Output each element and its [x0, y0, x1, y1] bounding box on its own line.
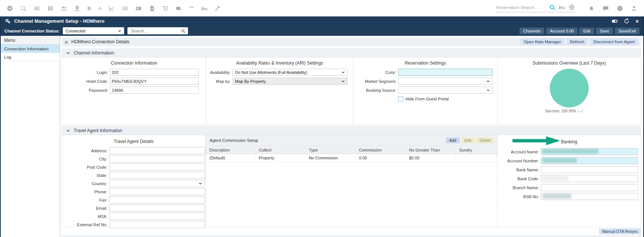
city-input[interactable] — [109, 155, 205, 162]
statusbar-button-save[interactable]: Save — [596, 28, 613, 34]
commission-cell: No Commission — [305, 154, 355, 162]
document-icon[interactable] — [149, 5, 155, 12]
search-icon[interactable] — [181, 29, 185, 33]
refresh-icon[interactable] — [623, 18, 630, 24]
hide-from-guest-portal-checkbox[interactable] — [398, 96, 403, 102]
address-input[interactable] — [109, 147, 205, 154]
area-rate-mapping-section-header[interactable]: Area/Rate Mapping — [62, 236, 641, 237]
commission-column-header: Type — [305, 146, 355, 154]
post-code-input[interactable] — [109, 163, 205, 171]
bsb-no-input[interactable] — [541, 193, 638, 200]
filter-sliders-icon[interactable] — [34, 5, 40, 12]
ari-settings-heading: Availability Rates & Inventory (ARI) Set… — [206, 60, 353, 66]
statusbar-button-save-exit[interactable]: Save/Exit — [615, 28, 640, 34]
add-button[interactable]: Add — [446, 137, 460, 143]
banking-field-row: Bank Name: — [497, 166, 641, 173]
hamburger-icon[interactable]: ≡ — [65, 39, 68, 45]
commission-table-row[interactable]: (Default)PropertyNo Commission0.00$0.00 — [206, 154, 497, 162]
bold-icon[interactable]: B — [87, 6, 91, 11]
channel-information-section-header[interactable]: Channel Information — [62, 49, 641, 57]
disconnect-from-agent-button[interactable]: Disconnect from Agent — [590, 38, 638, 45]
close-icon[interactable]: × — [635, 18, 639, 24]
statusbar-button-channels[interactable]: Channels — [520, 28, 544, 34]
globe-icon[interactable] — [568, 4, 575, 10]
commission-cell — [455, 154, 497, 162]
invoice-edit-icon[interactable] — [176, 5, 182, 12]
search-icon[interactable] — [20, 5, 27, 12]
banking-input-wrap — [541, 157, 638, 164]
country-select[interactable] — [109, 180, 205, 187]
manual-ota-resync-button[interactable]: Manual OTA Resync — [599, 228, 641, 234]
agent-commission-heading: Agent Commission Setup — [210, 138, 258, 143]
field-label: Booking Source: — [353, 88, 396, 93]
map-by-select[interactable]: Map By Property — [232, 78, 348, 85]
field-label: Availability: — [206, 70, 231, 75]
search-teal-icon[interactable] — [549, 4, 555, 10]
status-buttons: ChannelsAccount 0.00EditSaveSave/Exit — [520, 28, 640, 34]
bank-name-input[interactable] — [541, 166, 638, 173]
banking-input-wrap — [541, 148, 638, 155]
cart-icon[interactable] — [162, 5, 169, 12]
user-icon[interactable] — [631, 5, 637, 12]
tools-icon[interactable] — [215, 5, 221, 12]
help-icon[interactable]: ? — [617, 5, 623, 12]
phone-input[interactable] — [109, 188, 205, 195]
chevron-down-icon — [486, 79, 490, 83]
toolbar-search-input[interactable] — [130, 28, 172, 34]
statusbar-button-edit[interactable]: Edit — [579, 28, 594, 34]
fax-input[interactable] — [109, 196, 205, 203]
visibility-toggle-icon[interactable] — [611, 18, 618, 24]
color-input[interactable] — [398, 69, 493, 76]
availability-select[interactable]: Do Not Use Allotments (Full Availability… — [232, 69, 348, 76]
travel-agent-field-row: Post Code: — [62, 163, 205, 171]
branch-name-input[interactable] — [541, 184, 638, 191]
chevron-down-icon — [118, 29, 121, 33]
bell-icon[interactable] — [588, 5, 595, 12]
commission-cell: 0.00 — [355, 154, 405, 162]
refresh-button[interactable]: Refresh — [567, 38, 588, 45]
map-agent-icon[interactable] — [74, 5, 80, 12]
add-circle-icon[interactable] — [7, 5, 13, 12]
password-input[interactable] — [110, 87, 199, 94]
data-grid-icon[interactable] — [47, 5, 53, 12]
pie-leader-line — [577, 109, 583, 112]
hotel-code-input[interactable] — [110, 78, 199, 85]
statusbar-button-account-0-00[interactable]: Account 0.00 — [546, 28, 577, 34]
sidebar-item-connection-information[interactable]: Connection Information — [1, 45, 60, 53]
travel-agent-information-title: Travel Agent Information — [74, 128, 122, 133]
task-list-icon[interactable] — [122, 5, 128, 12]
external-ref-no-input[interactable] — [109, 221, 205, 228]
email-input[interactable] — [109, 205, 205, 212]
delete-button[interactable]: Delete — [476, 137, 494, 143]
quote-icon[interactable]: ”” — [189, 6, 194, 11]
sidebar-item-log[interactable]: Log — [1, 53, 60, 61]
bed-icon[interactable] — [559, 4, 565, 10]
iata-input[interactable] — [109, 213, 205, 220]
chevron-down-icon[interactable] — [66, 51, 70, 55]
guests-icon[interactable] — [61, 5, 67, 12]
field-label: Map by: — [206, 79, 231, 84]
account-number-input[interactable] — [541, 157, 638, 164]
commission-cell: Property — [255, 154, 305, 162]
login-input[interactable] — [110, 69, 199, 76]
channel-connection-status-select[interactable]: Connected — [63, 27, 124, 34]
travel-agent-section-header[interactable]: Travel Agent Information — [62, 126, 641, 135]
chevron-down-icon[interactable] — [66, 129, 70, 133]
reservation-search-input[interactable] — [496, 5, 546, 10]
chat-icon[interactable] — [603, 5, 609, 12]
booking-source-select[interactable] — [398, 87, 493, 94]
line-chart-icon[interactable] — [108, 5, 115, 12]
payment-card-icon[interactable] — [135, 5, 142, 12]
state-input[interactable] — [109, 172, 205, 179]
bank-code-input[interactable] — [541, 175, 638, 182]
edit-button[interactable]: Edit — [461, 137, 475, 143]
font-style-icon[interactable]: A — [98, 6, 101, 11]
banking-input-wrap — [541, 184, 638, 191]
open-rate-manager-button[interactable]: Open Rate Manager — [520, 38, 564, 45]
account-name-input[interactable] — [541, 148, 638, 155]
window-body: Menu Connection InformationLog ≡ HOMhero… — [0, 36, 644, 237]
connection-field-row: Password: — [62, 87, 206, 94]
market-segment-select[interactable] — [398, 78, 493, 85]
field-label: Country: — [62, 181, 107, 186]
bed-icon[interactable] — [201, 5, 207, 12]
